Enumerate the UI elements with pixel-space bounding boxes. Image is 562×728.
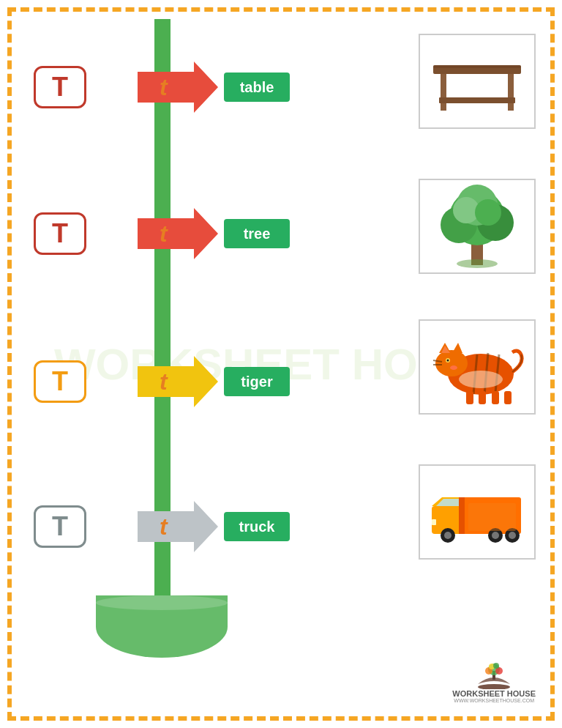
logo-icon — [474, 656, 514, 689]
row-tiger: T t tiger — [34, 356, 290, 407]
svg-point-37 — [444, 532, 452, 539]
svg-rect-3 — [439, 97, 515, 103]
small-t-tree: t — [160, 220, 168, 248]
capital-T-tree: T — [34, 212, 86, 255]
svg-point-14 — [435, 350, 468, 376]
word-truck: truck — [224, 512, 290, 541]
image-tiger — [419, 319, 536, 415]
arrow-shape-truck — [138, 501, 218, 552]
svg-rect-43 — [432, 519, 436, 525]
capital-T-truck: T — [34, 505, 86, 548]
svg-rect-29 — [504, 391, 512, 404]
svg-rect-28 — [492, 391, 499, 404]
image-table — [419, 34, 536, 129]
image-truck — [419, 464, 536, 560]
svg-point-24 — [447, 360, 449, 362]
arrow-shape-tiger — [138, 356, 218, 407]
svg-point-41 — [509, 532, 516, 539]
svg-rect-2 — [508, 74, 514, 111]
svg-marker-16 — [452, 343, 462, 353]
svg-rect-27 — [479, 391, 486, 404]
svg-point-6 — [457, 259, 498, 268]
capital-T-tiger: T — [34, 360, 86, 403]
logo-area: WORKSHEET HOUSE WWW.WORKSHEETHOUSE.COM — [452, 656, 536, 703]
svg-point-30 — [459, 371, 503, 388]
row-tree: T t tree — [34, 208, 290, 259]
row-truck: T t truck — [34, 501, 290, 552]
small-t-truck: t — [160, 513, 168, 541]
arrow-table: t — [138, 62, 218, 113]
word-tree: tree — [224, 219, 290, 248]
logo-subtitle: WWW.WORKSHEETHOUSE.COM — [454, 698, 534, 703]
small-t-table: t — [160, 74, 168, 101]
arrow-truck: t — [138, 501, 218, 552]
image-tree — [419, 179, 536, 274]
svg-rect-35 — [459, 497, 465, 534]
tree-icon — [430, 185, 525, 269]
truck-icon — [426, 475, 528, 549]
svg-point-25 — [450, 365, 457, 370]
capital-T-table: T — [34, 66, 86, 108]
page-border: WORKSHEET HOUSE T t table — [7, 7, 555, 721]
word-table: table — [224, 73, 290, 102]
svg-rect-4 — [433, 65, 521, 68]
logo-title: WORKSHEET HOUSE — [452, 689, 536, 698]
arrow-shape-tree — [138, 208, 218, 259]
svg-point-39 — [492, 532, 499, 539]
table-icon — [426, 45, 528, 118]
svg-rect-1 — [441, 74, 446, 111]
word-tiger: tiger — [224, 367, 290, 396]
svg-rect-42 — [468, 503, 516, 531]
svg-rect-26 — [466, 391, 473, 404]
svg-point-12 — [475, 199, 501, 226]
tree-pot — [96, 595, 228, 658]
tiger-icon — [426, 327, 528, 407]
arrow-tree: t — [138, 208, 218, 259]
arrow-tiger: t — [138, 356, 218, 407]
small-t-tiger: t — [160, 368, 168, 395]
row-table: T t table — [34, 62, 290, 113]
arrow-shape-table — [138, 62, 218, 113]
content-area: WORKSHEET HOUSE T t table — [12, 12, 550, 716]
svg-point-44 — [478, 684, 510, 689]
svg-point-50 — [493, 663, 499, 669]
